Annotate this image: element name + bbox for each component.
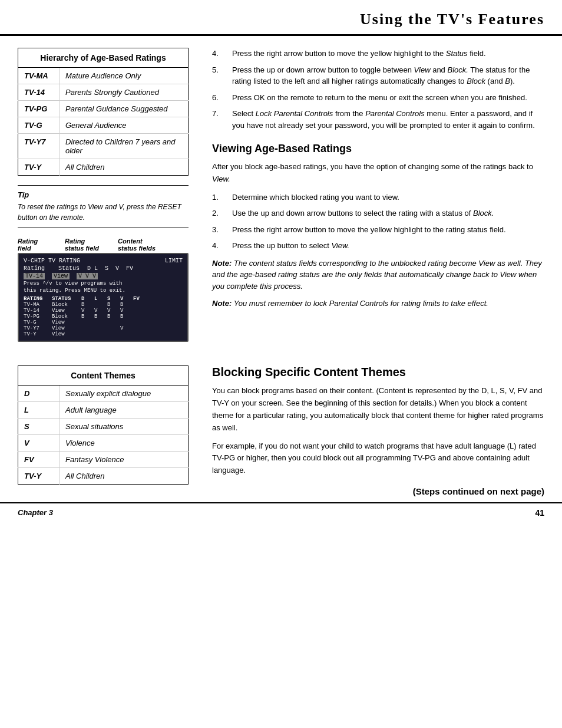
view-step-4: Press the up button to select View. [212,240,544,252]
note-2: Note: You must remember to lock Parental… [212,298,544,309]
content-desc: Fantasy Violence [59,452,189,468]
chip-label-content-fields: Contentstatus fields [118,238,189,252]
content-desc: Violence [59,435,189,452]
rating-code: TV-14 [18,84,59,101]
content-code: V [18,435,59,452]
table-row: TV-Y All Children [18,159,189,176]
content-code: FV [18,452,59,468]
blocking-para1: You can block programs based on their co… [212,385,544,434]
view-step-3: Press the right arrow button to move the… [212,224,544,236]
note2-text: You must remember to lock Parental Contr… [234,299,488,308]
tip-text: To reset the ratings to View and V, pres… [18,202,189,223]
note2-label: Note: [212,299,234,308]
chip-label-rating-field: Ratingfield [18,238,65,252]
rating-code: TV-G [18,117,59,134]
step-text: Press the up button to select View. [232,240,349,252]
content-table-heading: Content Themes [18,366,189,386]
content-table: Content Themes D Sexually explicit dialo… [18,365,189,485]
step-text: Press the right arrow button to move the… [232,48,486,60]
rating-code: TV-PG [18,101,59,117]
table-row: TV-14 Parents Strongly Cautioned [18,84,189,101]
blocking-section-title: Blocking Specific Content Themes [212,365,544,379]
note1-label: Note: [212,259,234,268]
rating-desc: All Children [59,159,189,176]
content-code: D [18,386,59,402]
view-step-1: Determine which blocked rating you want … [212,192,544,203]
rating-code: TV-MA [18,68,59,84]
step-text: Press the right arrow button to move the… [232,224,506,236]
step-text: Use the up and down arrow buttons to sel… [232,207,494,219]
hierarchy-table-heading: Hierarchy of Age-Based Ratings [18,48,189,68]
page-footer: Chapter 3 41 [0,502,562,522]
step-text: Determine which blocked rating you want … [232,192,399,203]
content-desc: All Children [59,468,189,485]
content-themes-section: Content Themes D Sexually explicit dialo… [0,365,200,496]
table-row: TV-PG Parental Guidance Suggested [18,101,189,117]
table-row: S Sexual situations [18,419,189,435]
content-desc: Sexual situations [59,419,189,435]
viewing-steps-list: Determine which blocked rating you want … [212,192,544,252]
chip-diagram: Ratingfield Ratingstatus field Contentst… [18,238,189,342]
steps-list-top: Press the right arrow button to move the… [212,48,544,131]
chip-label-status-field: Ratingstatus field [65,238,118,252]
step-6: Press OK on the remote to return to the … [212,92,544,104]
view-step-2: Use the up and down arrow buttons to sel… [212,207,544,219]
blocking-para2: For example, if you do not want your chi… [212,440,544,477]
table-row: TV-G General Audience [18,117,189,134]
table-row: V Violence [18,435,189,452]
rating-desc: Parental Guidance Suggested [59,101,189,117]
step-text: Select Lock Parental Controls from the P… [232,108,544,131]
content-code: TV-Y [18,468,59,485]
rating-code: TV-Y [18,159,59,176]
viewing-intro: After you block age-based ratings, you h… [212,161,544,186]
hierarchy-table: Hierarchy of Age-Based Ratings TV-MA Mat… [18,48,189,176]
note1-text: The content status fields corresponding … [212,259,542,291]
step-text: Press the up or down arrow button to tog… [232,64,544,87]
rating-code: TV-Y7 [18,134,59,159]
rating-desc: Parents Strongly Cautioned [59,84,189,101]
content-code: S [18,419,59,435]
viewing-section: Viewing Age-Based Ratings After you bloc… [212,143,544,309]
table-row: TV-Y All Children [18,468,189,485]
steps-continued: (Steps continued on next page) [212,486,544,496]
table-row: D Sexually explicit dialogue [18,386,189,402]
content-desc: Sexually explicit dialogue [59,386,189,402]
note-1: Note: The content status fields correspo… [212,258,544,292]
step-4: Press the right arrow button to move the… [212,48,544,60]
step-7: Select Lock Parental Controls from the P… [212,108,544,131]
page-title: Using the TV's Features [18,11,544,28]
footer-chapter: Chapter 3 [18,508,53,518]
content-desc: Adult language [59,402,189,419]
blocking-section: Blocking Specific Content Themes You can… [200,365,562,496]
step-text: Press OK on the remote to return to the … [232,92,527,104]
tip-section: Tip To reset the ratings to View and V, … [18,185,189,228]
table-row: L Adult language [18,402,189,419]
chip-screen: V-CHIP TV RATING LIMIT Rating Status D L… [18,253,189,342]
table-row: TV-Y7 Directed to Children 7 years and o… [18,134,189,159]
rating-desc: Mature Audience Only [59,68,189,84]
rating-desc: Directed to Children 7 years and older [59,134,189,159]
page-header: Using the TV's Features [0,0,562,36]
footer-page: 41 [535,508,544,518]
table-row: FV Fantasy Violence [18,452,189,468]
viewing-section-title: Viewing Age-Based Ratings [212,143,544,155]
rating-desc: General Audience [59,117,189,134]
content-code: L [18,402,59,419]
table-row: TV-MA Mature Audience Only [18,68,189,84]
step-5: Press the up or down arrow button to tog… [212,64,544,87]
tip-label: Tip [18,190,189,199]
